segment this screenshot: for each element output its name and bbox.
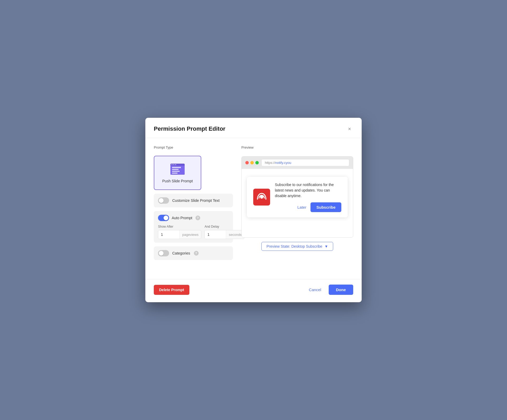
- left-panel: Prompt Type: [154, 145, 233, 272]
- modal-body: Prompt Type: [145, 138, 362, 279]
- right-panel: Preview https://notify.cyou: [241, 145, 353, 272]
- browser-dot-red: [245, 161, 249, 164]
- preview-state-label: Preview State: Desktop Subscribe: [266, 244, 322, 248]
- modal-header: Permission Prompt Editor ×: [145, 118, 362, 138]
- delay-input[interactable]: [205, 230, 226, 239]
- auto-prompt-toggle[interactable]: [158, 215, 169, 221]
- preview-state-dropdown: Preview State: Desktop Subscribe ▼: [241, 242, 353, 251]
- done-button[interactable]: Done: [329, 285, 353, 295]
- show-after-row: Show After pageviews And Delay seconds: [158, 225, 229, 239]
- customize-toggle-label: Customize Slide Prompt Text: [172, 198, 219, 203]
- delay-group: And Delay seconds: [204, 225, 244, 239]
- browser-url-bar: https://notify.cyou: [261, 159, 349, 166]
- categories-toggle[interactable]: [158, 250, 169, 256]
- browser-preview: https://notify.cyou Subscr: [241, 156, 353, 238]
- show-after-suffix: pageviews: [179, 230, 201, 239]
- show-after-input-container: pageviews: [158, 230, 201, 239]
- customize-toggle[interactable]: [158, 197, 169, 204]
- later-button[interactable]: Later: [297, 205, 306, 209]
- categories-help-icon[interactable]: ?: [194, 251, 199, 256]
- categories-toggle-row: Categories ?: [154, 246, 233, 260]
- delay-label: And Delay: [204, 225, 244, 228]
- categories-label: Categories: [172, 251, 190, 255]
- delay-input-container: seconds: [204, 230, 244, 239]
- notification-actions: Later Subscribe: [275, 202, 341, 212]
- browser-icon: [170, 164, 185, 175]
- customize-toggle-slider: [158, 197, 169, 204]
- show-after-group: Show After pageviews: [158, 225, 201, 239]
- auto-prompt-toggle-slider: [158, 215, 169, 221]
- notification-card: Subscribe to our notifications for the l…: [247, 177, 348, 217]
- url-host: notify.cyou: [275, 161, 291, 165]
- permission-prompt-editor-modal: Permission Prompt Editor × Prompt Type: [145, 118, 362, 302]
- show-after-input[interactable]: [158, 230, 179, 239]
- chevron-down-icon: ▼: [324, 244, 328, 248]
- notification-text: Subscribe to our notifications for the l…: [275, 182, 341, 199]
- delete-prompt-button[interactable]: Delete Prompt: [154, 285, 189, 295]
- modal-footer: Delete Prompt Cancel Done: [145, 279, 362, 302]
- prompt-card-label: Push Slide Prompt: [162, 179, 193, 183]
- modal-title: Permission Prompt Editor: [154, 125, 225, 132]
- show-after-label: Show After: [158, 225, 201, 228]
- browser-chrome: https://notify.cyou: [242, 157, 353, 169]
- prompt-type-label: Prompt Type: [154, 145, 233, 149]
- close-button[interactable]: ×: [346, 125, 353, 133]
- browser-dots: [245, 161, 259, 164]
- auto-prompt-section: Auto Prompt ? Show After pageviews And D…: [154, 211, 233, 243]
- browser-dot-yellow: [250, 161, 254, 164]
- auto-prompt-label: Auto Prompt: [172, 216, 192, 220]
- browser-dot-green: [255, 161, 259, 164]
- auto-prompt-help-icon[interactable]: ?: [195, 216, 200, 220]
- wifi-signal-icon: [256, 192, 267, 202]
- notification-icon: [253, 189, 270, 206]
- prompt-type-icon: [170, 163, 185, 176]
- notification-body: Subscribe to our notifications for the l…: [275, 182, 341, 212]
- customize-toggle-row: Customize Slide Prompt Text: [154, 194, 233, 207]
- categories-toggle-slider: [158, 250, 169, 256]
- url-scheme: https://: [265, 161, 275, 165]
- preview-label: Preview: [241, 145, 353, 149]
- preview-state-button[interactable]: Preview State: Desktop Subscribe ▼: [261, 242, 333, 251]
- cancel-button[interactable]: Cancel: [305, 285, 326, 295]
- prompt-type-card[interactable]: Push Slide Prompt: [154, 156, 201, 190]
- footer-right: Cancel Done: [305, 285, 353, 295]
- subscribe-button[interactable]: Subscribe: [310, 202, 341, 212]
- auto-prompt-header: Auto Prompt ?: [158, 215, 229, 221]
- browser-content: Subscribe to our notifications for the l…: [242, 169, 353, 237]
